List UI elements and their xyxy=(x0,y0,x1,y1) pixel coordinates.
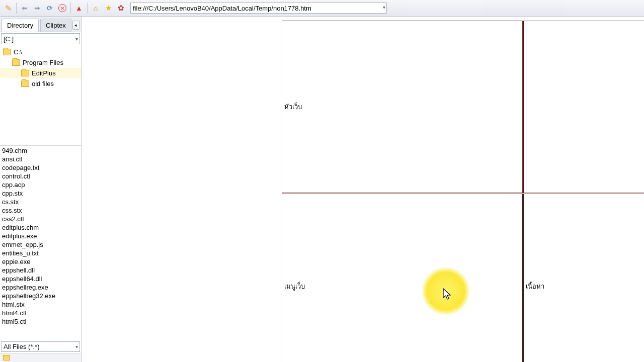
separator xyxy=(87,3,88,14)
star-icon: ★ xyxy=(105,4,112,13)
filter-label: All Files (*.*) xyxy=(4,343,40,350)
file-item[interactable]: css.stx xyxy=(1,206,80,215)
file-item[interactable]: css2.ctl xyxy=(1,215,80,223)
file-filter[interactable]: All Files (*.*) ▾ xyxy=(1,341,80,352)
cell-menu: เมนูเว็บ xyxy=(282,194,523,362)
file-item[interactable]: eppie.exe xyxy=(1,257,80,266)
chevron-down-icon: ▾ xyxy=(75,36,78,42)
file-item[interactable]: 949.chm xyxy=(1,146,80,155)
file-item[interactable]: emmet_epp.js xyxy=(1,240,80,249)
edit-button[interactable]: ✎ xyxy=(2,2,14,14)
tab-expand-button[interactable]: ◂ xyxy=(72,21,79,30)
preview-pane[interactable]: หัวเว็บ เมนูเว็บ เนื้อหา ส xyxy=(82,17,644,362)
address-dropdown-icon[interactable]: ▾ xyxy=(383,5,385,10)
cell-header: หัวเว็บ xyxy=(282,21,523,193)
separator xyxy=(70,3,71,14)
refresh-button[interactable]: ⟳ xyxy=(44,2,56,14)
forward-icon: ➡ xyxy=(34,4,40,12)
home-button[interactable]: ⌂ xyxy=(90,2,102,14)
forward-button[interactable]: ➡ xyxy=(31,2,43,14)
folder-icon xyxy=(3,355,10,360)
folder-icon xyxy=(12,59,20,66)
file-item[interactable]: ansi.ctl xyxy=(1,155,80,163)
cell-menu-text: เมนูเว็บ xyxy=(284,281,305,292)
tree-item-label: Program Files xyxy=(23,59,63,66)
drive-select[interactable]: [C:] ▾ xyxy=(1,33,80,44)
file-item[interactable]: eppshell.dll xyxy=(1,266,80,275)
cell-body: เนื้อหา xyxy=(523,194,644,362)
back-button[interactable]: ⬅ xyxy=(19,2,31,14)
star-remove-icon: ✿ xyxy=(118,4,124,13)
file-item[interactable]: eppshell64.dll xyxy=(1,275,80,283)
folder-tree[interactable]: C:\Program FilesEditPlusold files xyxy=(0,45,81,146)
stop-icon: ✕ xyxy=(58,4,66,12)
file-item[interactable]: codepage.txt xyxy=(1,163,80,172)
chevron-down-icon: ▾ xyxy=(75,344,78,349)
refresh-icon: ⟳ xyxy=(47,4,53,12)
favorites-button[interactable]: ★ xyxy=(102,2,114,14)
address-input[interactable] xyxy=(133,5,384,12)
file-item[interactable]: editplus.chm xyxy=(1,223,80,232)
run-button[interactable]: ▲ xyxy=(73,2,85,14)
tree-item[interactable]: old files xyxy=(0,78,81,89)
tree-item-label: old files xyxy=(32,80,54,87)
tree-item-label: C:\ xyxy=(14,48,22,56)
tab-cliptext[interactable]: Cliptex xyxy=(40,19,71,32)
stop-button[interactable]: ✕ xyxy=(56,2,68,14)
side-panel: Directory Cliptex ◂ [C:] ▾ C:\Program Fi… xyxy=(0,17,82,362)
main: Directory Cliptex ◂ [C:] ▾ C:\Program Fi… xyxy=(0,17,644,362)
separator xyxy=(16,3,17,14)
home-icon: ⌂ xyxy=(93,4,98,13)
folder-icon xyxy=(21,70,29,76)
cell-header-text: หัวเว็บ xyxy=(284,102,302,112)
file-item[interactable]: cpp.stx xyxy=(1,189,80,198)
folder-icon xyxy=(3,49,11,55)
file-item[interactable]: cpp.acp xyxy=(1,180,80,189)
address-bar[interactable]: ▾ xyxy=(130,3,387,14)
file-item[interactable]: editplus.exe xyxy=(1,232,80,240)
file-list[interactable]: 949.chmansi.ctlcodepage.txtcontrol.ctlcp… xyxy=(0,146,81,340)
cell-body-text: เนื้อหา xyxy=(526,281,544,292)
remove-fav-button[interactable]: ✿ xyxy=(115,2,127,14)
file-item[interactable]: html4.ctl xyxy=(1,309,80,317)
file-item[interactable]: html5.ctl xyxy=(1,317,80,326)
tree-item[interactable]: Program Files xyxy=(0,57,81,68)
file-item[interactable]: entities_u.txt xyxy=(1,249,80,257)
file-item[interactable]: eppshellreg32.exe xyxy=(1,292,80,300)
file-item[interactable]: eppshellreg.exe xyxy=(1,283,80,292)
file-item[interactable]: control.ctl xyxy=(1,172,80,180)
pencil-icon: ✎ xyxy=(5,4,12,13)
file-item[interactable]: html.stx xyxy=(1,300,80,309)
toolbar: ✎ ⬅ ➡ ⟳ ✕ ▲ ⌂ ★ ✿ ▾ xyxy=(0,0,644,17)
bottom-strip xyxy=(0,353,81,362)
folder-icon xyxy=(21,80,29,87)
html-preview: หัวเว็บ เมนูเว็บ เนื้อหา ส xyxy=(82,17,644,362)
tab-directory[interactable]: Directory xyxy=(2,19,39,32)
cell-top-right xyxy=(523,21,644,193)
back-icon: ⬅ xyxy=(22,4,28,12)
tree-item-label: EditPlus xyxy=(32,69,56,77)
drive-label: [C:] xyxy=(4,35,14,43)
side-tabs: Directory Cliptex ◂ xyxy=(0,17,81,32)
tree-item[interactable]: EditPlus xyxy=(0,68,81,78)
file-item[interactable]: cs.stx xyxy=(1,198,80,206)
tree-item[interactable]: C:\ xyxy=(0,47,81,57)
run-icon: ▲ xyxy=(75,4,83,12)
